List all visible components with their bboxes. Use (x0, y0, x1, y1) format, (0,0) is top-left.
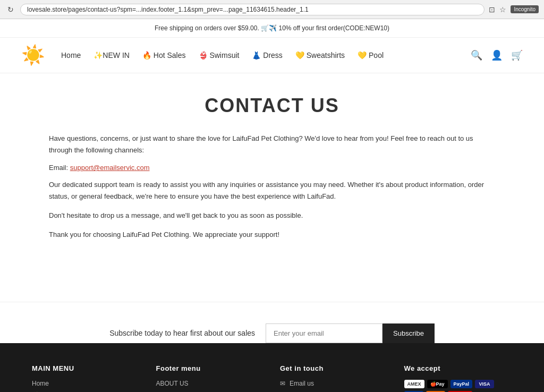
nav-home[interactable]: Home (61, 51, 81, 59)
nav-sweatshirts[interactable]: 💛 Sweatshirts (295, 51, 345, 59)
url-bar[interactable]: lovesale.store/pages/contact-us?spm=...i… (20, 4, 484, 15)
logo[interactable]: ☀️ (21, 44, 45, 66)
support-text: Our dedicated support team is ready to a… (49, 179, 495, 202)
email-icon: ✉ (280, 380, 285, 387)
site-header: ☀️ Home ✨NEW IN 🔥 Hot Sales 👙 Swimsuit 👗… (0, 38, 544, 73)
footer-email-us-label: Email us (290, 380, 314, 387)
subscribe-form: Subscribe (266, 323, 435, 343)
header-icons: 🔍 👤 🛒 (471, 49, 523, 61)
search-button[interactable]: 🔍 (471, 49, 482, 61)
subscribe-label: Subscribe today to hear first about our … (109, 329, 255, 337)
main-nav: Home ✨NEW IN 🔥 Hot Sales 👙 Swimsuit 👗 Dr… (61, 51, 471, 59)
footer-main-menu-col: MAIN MENU Home ✨ NEW IN 🔥 Hot Sales 👙 Sw… (32, 364, 140, 392)
footer-about-us[interactable]: ABOUT US (156, 380, 265, 387)
payment-amex: AMEX (404, 380, 424, 388)
nav-hot-sales[interactable]: 🔥 Hot Sales (142, 51, 186, 59)
subscribe-button[interactable]: Subscribe (382, 323, 435, 343)
browser-right-icons: ⊡ ☆ Incognito (489, 5, 539, 14)
footer-payment-col: We accept AMEX 🍎Pay PayPal VISA JCB DISC… (404, 364, 513, 392)
bookmark-icon[interactable]: ☆ (499, 5, 506, 14)
payment-icons: AMEX 🍎Pay PayPal VISA JCB DISC Maestro (404, 380, 513, 392)
browser-nav-icons: ↻ (5, 4, 16, 15)
footer-main-home[interactable]: Home (32, 380, 140, 387)
incognito-badge: Incognito (511, 5, 539, 13)
account-button[interactable]: 👤 (491, 49, 503, 61)
footer-menu-title: Footer menu (156, 364, 265, 372)
page-title: CONTACT US (49, 95, 495, 117)
email-line: Email: support@emailservic.com (49, 164, 495, 172)
payment-visa: VISA (475, 380, 494, 388)
main-content: CONTACT US Have questions, concerns, or … (0, 73, 544, 343)
footer-email-us[interactable]: ✉ Email us (280, 380, 388, 387)
thank-you-text: Thank you for choosing LaifuFad Pet Clot… (49, 229, 495, 241)
footer-contact-col: Get in touch ✉ Email us 💬 Live chat (280, 364, 388, 392)
message-text: Don't hesitate to drop us a message, and… (49, 210, 495, 221)
email-link[interactable]: support@emailservic.com (70, 164, 150, 172)
cart-button[interactable]: 🛒 (511, 49, 523, 61)
payment-paypal: PayPal (450, 380, 473, 388)
email-subscribe-input[interactable] (266, 323, 382, 343)
nav-dress[interactable]: 👗 Dress (252, 51, 282, 59)
nav-swimsuit[interactable]: 👙 Swimsuit (199, 51, 240, 59)
announcement-text: Free shipping on orders over $59.00. 🛒✈️… (155, 24, 389, 32)
footer-main-menu-title: MAIN MENU (32, 364, 140, 372)
announcement-bar: Free shipping on orders over $59.00. 🛒✈️… (0, 19, 544, 38)
footer-top: MAIN MENU Home ✨ NEW IN 🔥 Hot Sales 👙 Sw… (32, 364, 512, 392)
site-footer: MAIN MENU Home ✨ NEW IN 🔥 Hot Sales 👙 Sw… (0, 343, 544, 392)
nav-new-in[interactable]: ✨NEW IN (94, 51, 130, 59)
cast-icon: ⊡ (489, 5, 495, 14)
browser-chrome: ↻ lovesale.store/pages/contact-us?spm=..… (0, 0, 544, 19)
footer-get-in-touch-title: Get in touch (280, 364, 388, 372)
footer-menu-col: Footer menu ABOUT US CONTACT US PRIVACY … (156, 364, 265, 392)
subscribe-section: Subscribe today to hear first about our … (0, 302, 544, 343)
payment-applepay: 🍎Pay (427, 380, 448, 388)
nav-pool[interactable]: 💛 Pool (358, 51, 384, 59)
logo-sun-icon: ☀️ (21, 44, 45, 66)
intro-text: Have questions, concerns, or just want t… (49, 133, 495, 156)
email-label-text: Email: (49, 164, 68, 172)
reload-button[interactable]: ↻ (5, 4, 16, 15)
footer-we-accept-title: We accept (404, 364, 513, 372)
